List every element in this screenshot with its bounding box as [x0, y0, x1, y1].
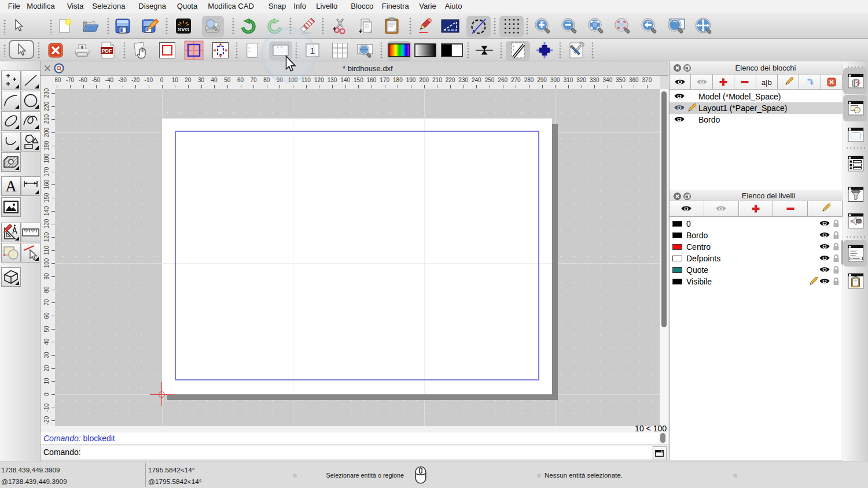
svg-text:A: A [5, 179, 17, 194]
svg-text:SVG: SVG [178, 26, 189, 32]
svg-text:1: 1 [310, 46, 315, 56]
svg-text:PDF: PDF [102, 48, 113, 54]
